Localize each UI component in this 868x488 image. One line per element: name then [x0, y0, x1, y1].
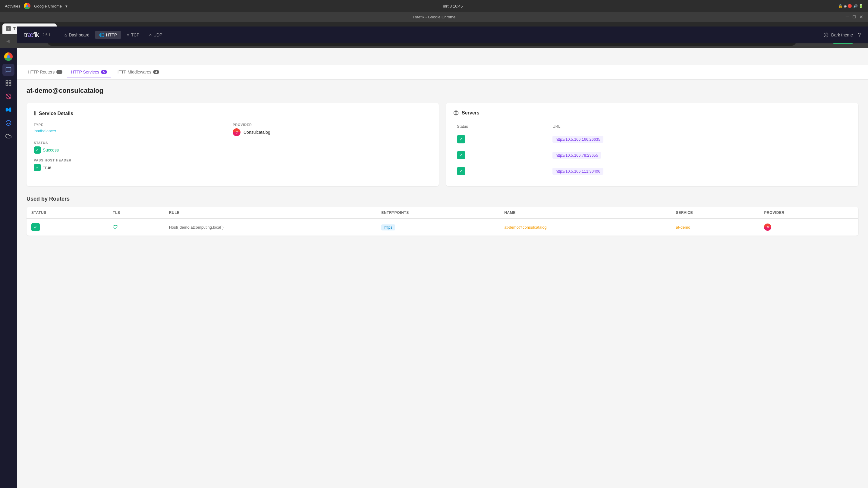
- used-by-routers-section: Used by Routers StatusTLSRuleEntrypoints…: [27, 196, 858, 235]
- server-row: ✓ http://10.5.166.111:30406: [453, 163, 851, 179]
- page-title: at-demo@consulcatalog: [27, 87, 858, 95]
- router-service[interactable]: at-demo: [676, 225, 690, 230]
- routers-section-title: Used by Routers: [27, 196, 858, 202]
- window-controls[interactable]: ─ □ ✕: [846, 14, 863, 20]
- svg-rect-0: [6, 81, 8, 83]
- router-col-header: Name: [499, 207, 671, 219]
- svg-line-20: [827, 36, 828, 37]
- nav-http-label: HTTP: [106, 33, 117, 37]
- two-col-layout: ℹ Service Details TYPE loadbalancer PROV…: [27, 103, 858, 186]
- nav-dashboard-label: Dashboard: [69, 33, 90, 37]
- sub-nav-middlewares[interactable]: HTTP Middlewares 4: [112, 67, 163, 77]
- sidebar-grid-icon[interactable]: [2, 77, 14, 89]
- svg-rect-2: [6, 84, 8, 86]
- servers-card: Servers Status URL ✓ http://10.5: [446, 103, 858, 186]
- os-dropdown-arrow[interactable]: ▾: [65, 4, 67, 8]
- server-url[interactable]: http://10.5.166.166:26635: [553, 136, 603, 143]
- nav-udp-label: UDP: [153, 33, 162, 37]
- status-value: Success: [43, 148, 59, 153]
- sidebar-circle-icon[interactable]: [2, 117, 14, 129]
- server-row: ✓ http://10.5.166.166:26635: [453, 131, 851, 147]
- pass-host-header-badge: ✓ True: [34, 164, 51, 171]
- svg-point-6: [6, 121, 11, 126]
- servers-title: Servers: [453, 110, 851, 116]
- server-url[interactable]: http://10.5.166.111:30406: [553, 168, 603, 175]
- sub-nav-middlewares-label: HTTP Middlewares: [116, 70, 151, 74]
- true-check-icon: ✓: [34, 164, 41, 171]
- provider-field: PROVIDER C Consulcatalog: [233, 123, 432, 136]
- sidebar-cloud-icon[interactable]: [2, 130, 14, 142]
- router-col-header: Entrypoints: [376, 207, 499, 219]
- sidebar-chat-icon[interactable]: [2, 64, 14, 76]
- svg-line-24: [827, 33, 828, 33]
- type-value[interactable]: loadbalancer: [34, 129, 56, 133]
- router-col-header: TLS: [108, 207, 164, 219]
- col-url: URL: [549, 122, 851, 131]
- nav-tcp-label: TCP: [131, 33, 140, 37]
- server-status-icon: ✓: [457, 135, 465, 143]
- status-badge: ✓ Success: [34, 147, 59, 154]
- sub-nav-services[interactable]: HTTP Services 5: [67, 67, 111, 77]
- house-icon: ⌂: [64, 33, 67, 37]
- os-bar: Activities Google Chrome ▾ mrt 8 16:45 🔒…: [0, 0, 868, 12]
- dark-theme-label: Dark theme: [831, 33, 853, 37]
- status-check-icon: ✓: [34, 147, 41, 154]
- svg-rect-3: [9, 84, 11, 86]
- routers-table: StatusTLSRuleEntrypointsNameServiceProvi…: [27, 207, 858, 235]
- activities-label[interactable]: Activities: [5, 4, 20, 8]
- service-details-title: ℹ Service Details: [34, 110, 432, 117]
- minimize-btn[interactable]: ─: [846, 14, 849, 20]
- chrome-logo-icon: [24, 3, 30, 9]
- help-btn[interactable]: ?: [858, 32, 861, 38]
- type-field: TYPE loadbalancer: [34, 123, 233, 136]
- os-bar-left: Activities Google Chrome ▾: [5, 3, 67, 9]
- tcp-icon: ○: [127, 33, 129, 37]
- nav-right: Dark theme ?: [824, 32, 861, 38]
- svg-line-5: [6, 94, 10, 98]
- close-btn[interactable]: ✕: [859, 14, 863, 20]
- sub-nav-routers-count: 5: [56, 70, 62, 74]
- svg-point-16: [825, 34, 827, 36]
- router-col-header: Provider: [759, 207, 858, 219]
- router-name[interactable]: at-demo@consulcatalog: [504, 225, 547, 230]
- globe-icon: 🌐: [99, 33, 104, 37]
- router-rule: Host(`demo.atcomputing.local`): [169, 225, 224, 230]
- back-btn[interactable]: ◀: [4, 37, 12, 45]
- pass-host-header-field: PASS HOST HEADER ✓ True: [34, 158, 432, 171]
- server-row: ✓ http://10.5.166.78:23655: [453, 147, 851, 163]
- os-bar-right: 🔒 ◉ 🔴 🔊 🔋: [838, 4, 863, 8]
- os-bar-center: mrt 8 16:45: [443, 4, 463, 8]
- sub-nav: HTTP Routers 5 HTTP Services 5 HTTP Midd…: [17, 65, 868, 79]
- router-col-header: Status: [27, 207, 108, 219]
- nav-links: ⌂ Dashboard 🌐 HTTP ○ TCP ○ UDP: [60, 31, 167, 39]
- pass-host-header-value: True: [43, 165, 51, 170]
- sub-nav-routers[interactable]: HTTP Routers 5: [24, 67, 66, 77]
- traefik-logo: træfik 2.6.1: [24, 31, 51, 39]
- provider-label: PROVIDER: [233, 123, 432, 127]
- sub-nav-services-count: 5: [101, 70, 107, 74]
- nav-udp[interactable]: ○ UDP: [145, 31, 167, 39]
- provider-icon: C: [233, 128, 241, 136]
- sidebar: [0, 48, 17, 488]
- top-nav: træfik 2.6.1 ⌂ Dashboard 🌐 HTTP ○ TCP ○: [17, 27, 868, 43]
- router-status-icon: ✓: [31, 223, 40, 231]
- sub-nav-middlewares-count: 4: [153, 70, 159, 74]
- app-layout: træfik 2.6.1 ⌂ Dashboard 🌐 HTTP ○ TCP ○: [0, 48, 868, 488]
- sidebar-slash-icon[interactable]: [2, 90, 14, 102]
- os-time: mrt 8 16:45: [443, 4, 463, 8]
- sidebar-chrome-icon[interactable]: [2, 51, 14, 63]
- servers-table: Status URL ✓ http://10.5.166.166:26635 ✓…: [453, 122, 851, 179]
- server-url[interactable]: http://10.5.166.78:23655: [553, 152, 601, 159]
- dark-theme-toggle[interactable]: Dark theme: [824, 32, 853, 38]
- details-grid: TYPE loadbalancer PROVIDER C Consulcatal…: [34, 123, 432, 141]
- col-status: Status: [453, 122, 549, 131]
- maximize-btn[interactable]: □: [852, 14, 856, 20]
- nav-dashboard[interactable]: ⌂ Dashboard: [60, 31, 94, 39]
- router-entrypoint[interactable]: https: [381, 224, 395, 230]
- type-label: TYPE: [34, 123, 233, 127]
- browser-title-bar: Traefik - Google Chrome ─ □ ✕: [0, 12, 868, 22]
- sidebar-vscode-icon[interactable]: [2, 104, 14, 116]
- nav-http[interactable]: 🌐 HTTP: [95, 31, 121, 39]
- os-app-name[interactable]: Google Chrome: [34, 4, 62, 8]
- nav-tcp[interactable]: ○ TCP: [122, 31, 144, 39]
